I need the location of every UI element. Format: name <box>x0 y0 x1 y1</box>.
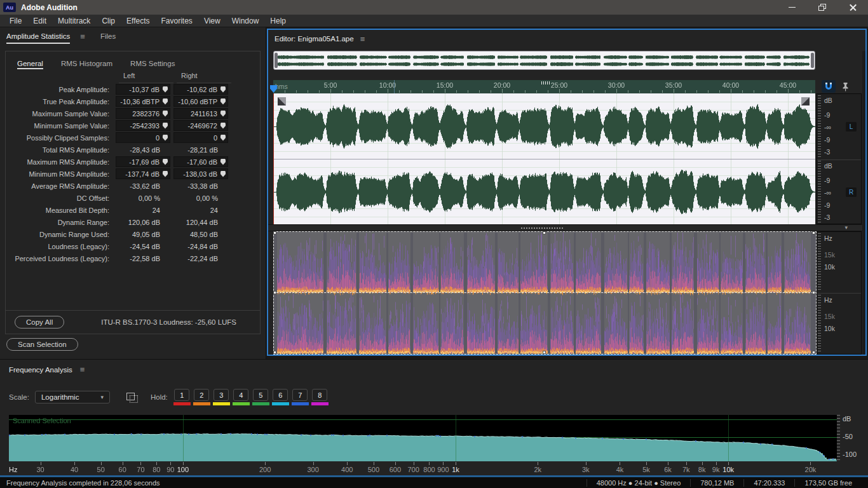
playhead-head[interactable] <box>270 85 277 93</box>
hold-button-7[interactable]: 7 <box>292 389 308 401</box>
marker-pin-icon[interactable] <box>163 123 168 129</box>
hold-button-6[interactable]: 6 <box>273 389 288 401</box>
stat-value-cell[interactable]: -10,60 dBTP <box>173 96 228 107</box>
minimize-button[interactable] <box>776 0 807 15</box>
timeline-ruler[interactable]: hms5:0010:0015:0020:0025:0030:0035:0040:… <box>273 80 815 93</box>
marker-tick[interactable] <box>541 81 542 85</box>
selection-handle[interactable] <box>273 291 276 294</box>
frequency-graph-canvas[interactable] <box>9 415 837 461</box>
marker-pin-icon[interactable] <box>163 111 168 117</box>
menu-help[interactable]: Help <box>264 15 292 27</box>
selection-handle[interactable] <box>273 351 276 354</box>
selection-handle[interactable] <box>543 231 546 234</box>
selection-handle[interactable] <box>273 231 276 234</box>
menu-file[interactable]: File <box>4 15 27 27</box>
hz-ruler-section[interactable]: Hz15k10k <box>817 294 861 354</box>
menu-effects[interactable]: Effects <box>121 15 155 27</box>
spectral-canvas[interactable] <box>274 232 816 354</box>
channel-badge-l[interactable]: L <box>846 122 857 132</box>
marker-tick[interactable] <box>545 81 546 85</box>
marker-pin-icon[interactable] <box>220 123 226 129</box>
scan-selection-button[interactable]: Scan Selection <box>6 338 78 351</box>
collapse-arrow-icon[interactable]: ▾ <box>844 224 848 231</box>
stat-value-cell[interactable]: -17,60 dB <box>173 156 228 167</box>
panel-menu-icon[interactable]: ≡ <box>80 32 85 41</box>
selection-handle[interactable] <box>543 351 546 354</box>
channel-badge-r[interactable]: R <box>846 187 857 197</box>
marker-pin-icon[interactable] <box>220 159 226 165</box>
marker-pin-icon[interactable] <box>220 171 226 177</box>
hold-button-4[interactable]: 4 <box>233 389 248 401</box>
marker-tick[interactable] <box>547 81 548 85</box>
marker-pin-icon[interactable] <box>220 86 226 93</box>
stat-value-cell[interactable]: 2382376 <box>116 108 170 119</box>
stat-value-cell[interactable]: 2411613 <box>173 108 228 119</box>
editor-panel-menu-icon[interactable]: ≡ <box>360 35 365 43</box>
waveform-canvas[interactable] <box>273 93 815 224</box>
hold-button-8[interactable]: 8 <box>312 389 327 401</box>
hold-button-5[interactable]: 5 <box>253 389 268 401</box>
menu-favorites[interactable]: Favorites <box>156 15 198 27</box>
subtab-rms-histogram[interactable]: RMS Histogram <box>61 56 112 71</box>
hold-button-2[interactable]: 2 <box>194 389 209 401</box>
frequency-ruler[interactable]: Hz15k10kHz15k10k <box>817 231 862 355</box>
overview-left-handle[interactable] <box>275 53 278 68</box>
menu-multitrack[interactable]: Multitrack <box>52 15 96 27</box>
stat-value-cell[interactable]: -2542393 <box>116 120 170 131</box>
editor-tab[interactable]: Editor: Enigma05A1.ape <box>275 35 354 43</box>
overview-waveform[interactable] <box>275 52 814 69</box>
stat-value-cell[interactable]: -10,62 dB <box>173 84 228 95</box>
hz-ruler-section[interactable]: Hz15k10k <box>817 232 861 292</box>
pin-icon[interactable] <box>838 80 852 93</box>
waveform-spectral-divider[interactable]: ▾ <box>268 224 865 231</box>
stat-value-cell[interactable]: -10,37 dB <box>116 84 170 95</box>
tab-amplitude-statistics[interactable]: Amplitude Statistics <box>6 27 70 45</box>
frequency-graph[interactable]: Scanned Selection <box>9 415 837 461</box>
fade-out-handle[interactable] <box>801 97 810 105</box>
close-button[interactable] <box>837 0 868 15</box>
hold-button-1[interactable]: 1 <box>174 389 189 401</box>
selection-handle[interactable] <box>812 291 815 294</box>
stat-value-cell[interactable]: -137,74 dB <box>116 168 170 179</box>
ruler-marker-line[interactable] <box>394 80 395 93</box>
subtab-general[interactable]: General <box>17 56 43 71</box>
subtab-rms-settings[interactable]: RMS Settings <box>130 56 175 71</box>
stat-value-cell[interactable]: 0 <box>173 132 228 143</box>
menu-window[interactable]: Window <box>226 15 265 27</box>
stat-value-cell[interactable]: -138,03 dB <box>173 168 228 179</box>
marker-pin-icon[interactable] <box>220 111 226 117</box>
tab-files[interactable]: Files <box>100 27 116 45</box>
overview-navigator[interactable] <box>273 51 815 70</box>
spectral-display[interactable] <box>273 231 817 355</box>
amplitude-ruler[interactable]: dB-9-∞-9-3LdB-9-∞-9-3R <box>817 93 862 224</box>
copy-graph-icon[interactable] <box>126 393 137 402</box>
marker-pin-icon[interactable] <box>220 135 226 141</box>
divider-grip[interactable] <box>521 227 564 229</box>
marker-tick[interactable] <box>549 81 550 85</box>
marker-tick[interactable] <box>543 81 544 85</box>
editor-vertical-scrollbar[interactable] <box>862 51 865 355</box>
selection-handle[interactable] <box>812 231 815 234</box>
marker-pin-icon[interactable] <box>163 98 168 105</box>
marker-pin-icon[interactable] <box>163 86 168 93</box>
overview-right-handle[interactable] <box>811 53 814 68</box>
fade-in-handle[interactable] <box>278 97 286 105</box>
menu-view[interactable]: View <box>198 15 226 27</box>
stat-value-cell[interactable]: -2469672 <box>173 120 228 131</box>
marker-pin-icon[interactable] <box>163 135 168 141</box>
menu-clip[interactable]: Clip <box>96 15 121 27</box>
amp-ruler-section[interactable]: dB-9-∞-9-3L <box>817 94 861 159</box>
marker-pin-icon[interactable] <box>163 171 168 177</box>
scale-dropdown[interactable]: Logarithmic ▾ <box>35 391 110 403</box>
frequency-panel-menu-icon[interactable]: ≡ <box>80 365 85 374</box>
copy-all-button[interactable]: Copy All <box>15 316 64 329</box>
hold-button-3[interactable]: 3 <box>214 389 229 401</box>
stat-value-cell[interactable]: -10,36 dBTP <box>116 96 170 107</box>
selection-handle[interactable] <box>812 351 815 354</box>
menu-edit[interactable]: Edit <box>27 15 52 27</box>
stat-value-cell[interactable]: -17,69 dB <box>116 156 170 167</box>
restore-button[interactable] <box>807 0 837 15</box>
waveform-display[interactable] <box>273 93 815 224</box>
marker-pin-icon[interactable] <box>163 159 168 165</box>
marker-pin-icon[interactable] <box>220 98 226 105</box>
